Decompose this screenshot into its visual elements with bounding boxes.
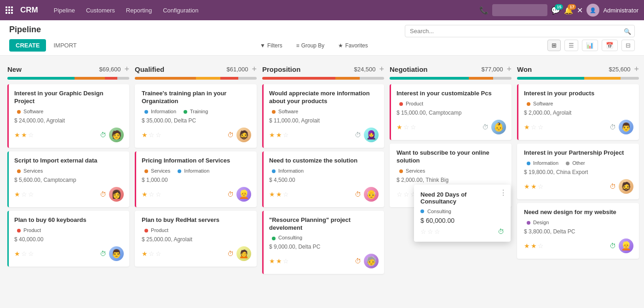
star-1[interactable]: ☆ — [149, 131, 155, 139]
card-won-1[interactable]: Interest in your Partnership Project Inf… — [517, 144, 639, 199]
card-stars[interactable]: ★★☆ — [524, 183, 544, 190]
card-tags: Software — [524, 100, 633, 107]
brand-logo[interactable]: CRM — [20, 6, 38, 15]
card-new-1[interactable]: Script to Import external data Services … — [7, 151, 129, 207]
star-1[interactable]: ★ — [276, 191, 282, 198]
star-0[interactable]: ★ — [524, 123, 530, 131]
star-0[interactable]: ★ — [269, 257, 275, 265]
card-stars[interactable]: ☆☆☆ — [397, 191, 416, 198]
star-0[interactable]: ★ — [142, 250, 148, 257]
star-2[interactable]: ☆ — [410, 123, 416, 131]
card-qualified-0[interactable]: Trainee's training plan in your Organiza… — [135, 84, 257, 148]
import-button[interactable]: IMPORT — [50, 39, 80, 52]
card-stars[interactable]: ★☆☆ — [397, 123, 416, 131]
star-0[interactable]: ★ — [524, 183, 530, 190]
star-0[interactable]: ★ — [142, 191, 148, 198]
star-1[interactable]: ★ — [531, 242, 537, 250]
user-name[interactable]: Administrator — [603, 7, 638, 14]
col-add-new[interactable]: + — [124, 65, 129, 73]
card-stars[interactable]: ★★☆ — [14, 131, 34, 139]
favorites-button[interactable]: ★ Favorites — [333, 40, 373, 51]
apps-menu-icon[interactable] — [6, 6, 13, 14]
card-won-2[interactable]: Need new design for my website Design $ … — [517, 203, 639, 259]
col-add-proposition[interactable]: + — [379, 65, 384, 73]
star-1[interactable]: ★ — [276, 257, 282, 265]
card-stars[interactable]: ★★☆ — [524, 242, 544, 250]
star-2[interactable]: ☆ — [538, 183, 544, 190]
card-stars[interactable]: ★☆☆ — [524, 123, 544, 131]
kebab-menu[interactable]: ⋮ — [500, 188, 507, 197]
star-1[interactable]: ☆ — [403, 123, 409, 131]
star-2[interactable]: ☆ — [155, 191, 161, 198]
card-stars[interactable]: ★☆☆ — [142, 131, 161, 139]
card-proposition-2[interactable]: "Resource Planning" project develoment C… — [262, 211, 384, 274]
star-1[interactable]: ☆ — [531, 123, 537, 131]
star-0[interactable]: ★ — [14, 131, 20, 139]
star-2[interactable]: ☆ — [28, 191, 34, 198]
card-qualified-1[interactable]: Pricing Information of Services Services… — [135, 151, 257, 207]
filters-button[interactable]: ▼ Filters — [255, 40, 288, 51]
view-calendar-button[interactable]: 📅 — [602, 40, 618, 51]
star-0[interactable]: ☆ — [397, 191, 402, 198]
view-kanban-button[interactable]: ⊞ — [547, 40, 561, 51]
star-1[interactable]: ☆ — [149, 191, 155, 198]
popup-stars[interactable]: ☆☆☆ — [420, 228, 440, 235]
star-1[interactable]: ★ — [276, 131, 282, 139]
star-0[interactable]: ★ — [269, 191, 275, 198]
notifications-icon[interactable]: 🔔 17 — [564, 6, 573, 15]
col-add-qualified[interactable]: + — [252, 65, 257, 73]
star-2[interactable]: ☆ — [28, 131, 34, 139]
card-stars[interactable]: ★☆☆ — [142, 250, 161, 257]
card-new-0[interactable]: Interest in your Graphic Design Project … — [7, 84, 129, 148]
menu-reporting[interactable]: Reporting — [121, 4, 156, 17]
star-2[interactable]: ☆ — [538, 123, 544, 131]
card-stars[interactable]: ★★☆ — [269, 131, 289, 139]
create-button[interactable]: CREATE — [9, 39, 46, 52]
star-0[interactable]: ★ — [397, 123, 402, 131]
card-qualified-2[interactable]: Plan to buy RedHat servers Product $ 25,… — [135, 211, 257, 267]
star-1[interactable]: ★ — [531, 183, 537, 190]
phone-icon[interactable]: 📞 — [479, 6, 489, 15]
view-list-button[interactable]: ☰ — [564, 40, 578, 51]
card-stars[interactable]: ★☆☆ — [14, 191, 34, 198]
star-0[interactable]: ★ — [14, 191, 20, 198]
star-2[interactable]: ☆ — [155, 131, 161, 139]
card-stars[interactable]: ★★☆ — [269, 257, 289, 265]
view-chart-button[interactable]: 📊 — [582, 40, 598, 51]
menu-configuration[interactable]: Configuration — [158, 4, 203, 17]
star-2[interactable]: ☆ — [155, 250, 161, 257]
star-0[interactable]: ★ — [269, 131, 275, 139]
star-1[interactable]: ☆ — [21, 250, 27, 257]
star-2[interactable]: ☆ — [283, 191, 289, 198]
close-icon[interactable]: ✕ — [577, 6, 583, 15]
star-0[interactable]: ★ — [524, 242, 530, 250]
card-info: $ 2,000.00, Agrolait — [524, 110, 633, 116]
star-1[interactable]: ★ — [21, 131, 27, 139]
star-1[interactable]: ☆ — [403, 191, 409, 198]
messages-icon[interactable]: 💬 15 — [551, 6, 560, 15]
search-input[interactable] — [405, 25, 635, 37]
card-proposition-0[interactable]: Would appreciate more information about … — [262, 84, 384, 148]
star-2[interactable]: ☆ — [283, 131, 289, 139]
menu-customers[interactable]: Customers — [81, 4, 120, 17]
star-1[interactable]: ☆ — [21, 191, 27, 198]
star-1[interactable]: ☆ — [149, 250, 155, 257]
star-0[interactable]: ★ — [14, 250, 20, 257]
col-add-won[interactable]: + — [634, 65, 639, 73]
view-grid-button[interactable]: ⊟ — [621, 40, 635, 51]
groupby-button[interactable]: ≡ Group By — [291, 40, 330, 51]
card-stars[interactable]: ★☆☆ — [142, 191, 161, 198]
user-avatar[interactable]: 👤 — [586, 4, 599, 17]
card-stars[interactable]: ★☆☆ — [14, 250, 34, 257]
card-new-2[interactable]: Plan to buy 60 keyboards Product $ 40,00… — [7, 211, 129, 267]
col-add-negotiation[interactable]: + — [506, 65, 512, 73]
card-won-0[interactable]: Interest in your products Software $ 2,0… — [517, 84, 639, 140]
star-2[interactable]: ☆ — [538, 242, 544, 250]
menu-pipeline[interactable]: Pipeline — [49, 4, 80, 17]
card-negotiation-0[interactable]: Interest in your customizable Pcs Produc… — [390, 84, 512, 140]
card-proposition-1[interactable]: Need to customize the solution Informati… — [262, 151, 384, 207]
star-0[interactable]: ★ — [142, 131, 148, 139]
star-2[interactable]: ☆ — [283, 257, 289, 265]
card-stars[interactable]: ★★☆ — [269, 191, 289, 198]
star-2[interactable]: ☆ — [28, 250, 34, 257]
